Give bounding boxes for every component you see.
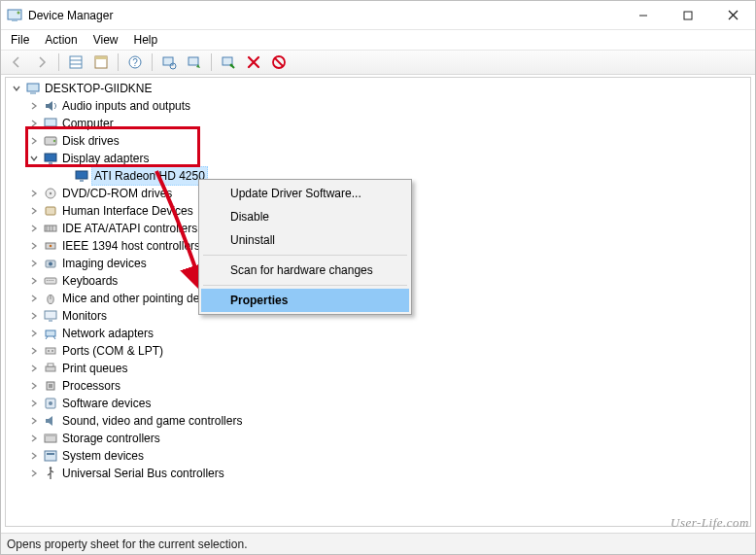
tree-category-label: Network adapters (62, 325, 154, 342)
expand-icon[interactable] (27, 99, 41, 113)
tree-category[interactable]: Network adapters (6, 325, 750, 342)
tree-category-label: Software devices (62, 395, 151, 412)
window-controls (621, 1, 755, 29)
tree-category-label: Sound, video and game controllers (62, 412, 242, 430)
context-menu-item[interactable]: Disable (201, 205, 409, 228)
expand-icon[interactable] (27, 222, 41, 235)
tree-category[interactable]: Storage controllers (6, 430, 750, 447)
expand-icon[interactable] (27, 239, 41, 253)
update-driver-button[interactable] (183, 52, 206, 73)
uninstall-button[interactable] (242, 52, 265, 73)
svg-rect-46 (52, 280, 53, 281)
speaker-icon (43, 98, 58, 114)
expand-icon[interactable] (27, 134, 41, 148)
tree-category[interactable]: Universal Serial Bus controllers (6, 465, 750, 482)
context-menu-item[interactable]: Update Driver Software... (201, 182, 409, 205)
svg-point-54 (52, 350, 53, 352)
collapse-icon[interactable] (27, 152, 41, 165)
toolbar-separator (211, 53, 212, 71)
expand-icon[interactable] (27, 309, 41, 323)
tree-root[interactable]: DESKTOP-GIIDKNE (6, 80, 750, 97)
status-bar: Opens property sheet for the current sel… (1, 533, 755, 554)
context-menu-item[interactable]: Scan for hardware changes (201, 259, 409, 282)
tree-category[interactable]: Audio inputs and outputs (6, 97, 750, 115)
expand-icon[interactable] (27, 204, 41, 218)
svg-point-2 (17, 11, 20, 14)
expand-icon[interactable] (27, 344, 41, 358)
tree-category[interactable]: Print queues (6, 360, 750, 377)
close-button[interactable] (710, 1, 755, 29)
tree-category[interactable]: Software devices (6, 395, 750, 412)
expand-icon[interactable] (27, 449, 41, 463)
scan-hardware-button[interactable] (157, 52, 181, 73)
svg-text:?: ? (132, 57, 138, 68)
expand-icon[interactable] (27, 257, 41, 270)
expand-icon[interactable] (27, 379, 41, 393)
printer-icon (43, 361, 58, 376)
expand-icon[interactable] (27, 117, 41, 130)
help-button[interactable]: ? (123, 52, 147, 73)
toolbar-separator (118, 53, 119, 71)
show-hide-tree-button[interactable] (64, 52, 87, 73)
svg-point-53 (48, 350, 50, 352)
tree-category[interactable]: Ports (COM & LPT) (6, 342, 750, 360)
expand-icon[interactable] (27, 274, 41, 288)
menu-help[interactable]: Help (126, 31, 166, 49)
properties-button[interactable] (89, 52, 113, 73)
menu-action[interactable]: Action (37, 31, 85, 49)
svg-point-18 (230, 64, 233, 67)
expand-icon[interactable] (27, 467, 41, 480)
keyboard-icon (43, 273, 58, 289)
expand-icon[interactable] (27, 414, 41, 428)
tree-category-label: Computer (62, 115, 114, 132)
tree-category[interactable]: Computer (6, 115, 750, 132)
context-menu-item[interactable]: Properties (201, 289, 409, 312)
tree-category[interactable]: System devices (6, 447, 750, 465)
expand-icon[interactable] (27, 292, 41, 305)
svg-point-60 (49, 401, 52, 405)
enable-button[interactable] (217, 52, 240, 73)
back-button[interactable] (5, 52, 28, 73)
tree-category-label: Monitors (62, 307, 107, 325)
collapse-icon[interactable] (10, 82, 23, 95)
maximize-button[interactable] (666, 1, 710, 29)
camera-icon (43, 256, 58, 271)
expand-icon[interactable] (27, 327, 41, 340)
svg-rect-22 (30, 92, 36, 94)
context-menu: Update Driver Software...DisableUninstal… (198, 179, 412, 315)
tree-category-label: Audio inputs and outputs (62, 97, 190, 115)
tree-category-label: Storage controllers (62, 430, 160, 447)
display-icon (74, 168, 89, 184)
tree-category-label: Keyboards (62, 272, 118, 290)
disable-button[interactable] (267, 52, 291, 73)
forward-button[interactable] (30, 52, 53, 73)
expand-icon[interactable] (27, 362, 41, 375)
context-menu-item[interactable]: Uninstall (201, 228, 409, 252)
menu-view[interactable]: View (86, 31, 126, 49)
svg-line-20 (275, 58, 283, 66)
tree-category[interactable]: Display adapters (6, 150, 750, 167)
tree-category[interactable]: Disk drives (6, 132, 750, 150)
menu-separator (203, 285, 407, 286)
svg-rect-51 (46, 330, 55, 336)
menu-file[interactable]: File (3, 31, 37, 49)
svg-rect-28 (49, 162, 52, 164)
tree-category[interactable]: Sound, video and game controllers (6, 412, 750, 430)
svg-point-41 (49, 262, 52, 266)
expand-icon[interactable] (27, 187, 41, 200)
tree-category-label: Print queues (62, 360, 127, 377)
display-icon (43, 151, 58, 166)
storage-icon (43, 431, 58, 446)
svg-rect-30 (80, 180, 84, 182)
expand-icon[interactable] (27, 397, 41, 410)
app-icon (7, 8, 22, 23)
svg-point-26 (53, 140, 55, 142)
svg-rect-0 (8, 10, 21, 19)
cpu-icon (43, 378, 58, 394)
minimize-button[interactable] (621, 1, 666, 29)
tree-category-label: Disk drives (62, 132, 120, 150)
tree-category[interactable]: Processors (6, 377, 750, 395)
system-icon (43, 448, 58, 464)
expand-icon[interactable] (27, 432, 41, 445)
menu-bar: File Action View Help (1, 30, 755, 50)
